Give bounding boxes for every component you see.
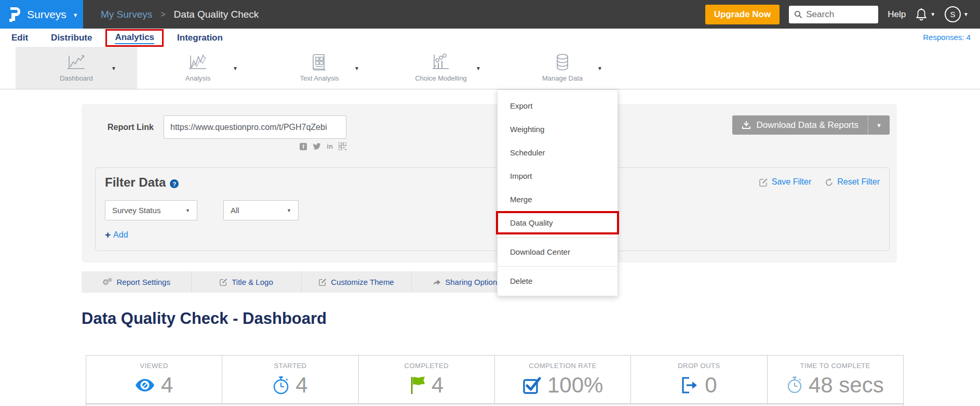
report-link-input[interactable] [164,115,346,139]
account-menu[interactable]: S ▼ [945,6,969,22]
filter-value-select[interactable]: All ▼ [223,200,299,220]
timer-icon [787,376,802,394]
filter-field-select[interactable]: Survey Status ▼ [105,200,197,220]
customize-theme-button[interactable]: Customize Theme [302,271,412,293]
sharing-options-label: Sharing Options [445,278,501,286]
stat-drop-outs: DROP OUTS 0 [631,356,767,403]
menu-item-data-quality[interactable]: Data Quality [496,211,619,234]
search-box[interactable] [789,6,878,23]
tab-analytics[interactable]: Analytics [115,32,154,44]
menu-item-merge[interactable]: Merge [498,188,617,211]
chevron-down-icon: ▼ [185,208,190,213]
toolbar-label: Choice Modelling [415,74,467,82]
twitter-icon[interactable] [313,143,321,150]
search-icon [794,10,802,19]
upgrade-now-button[interactable]: Upgrade Now [705,5,780,24]
menu-item-export[interactable]: Export [498,94,617,117]
menu-item-download-center[interactable]: Download Center [498,240,617,264]
breadcrumb: My Surveys > Data Quality Check [101,0,259,29]
qr-code-icon[interactable] [339,142,346,150]
stat-completion-rate: COMPLETION RATE 100% [495,356,631,403]
search-input[interactable] [806,9,868,20]
toolbar-label: Analysis [185,74,210,82]
eye-icon [135,378,155,392]
title-logo-button[interactable]: Title & Logo [192,271,302,293]
toolbar-item-analysis[interactable]: ▼ Analysis [137,47,259,89]
multi-line-chart-icon [187,51,208,73]
toolbar-item-choice-modelling[interactable]: ▼ Choice Modelling [380,47,502,89]
menu-item-scheduler[interactable]: Scheduler [498,141,617,164]
toolbar-item-text-analysis[interactable]: ▼ Text Analysis [259,47,380,89]
toolbar-item-manage-data[interactable]: ▼ Manage Data [502,47,623,89]
menu-divider [498,266,617,267]
exit-icon [681,376,699,394]
tab-edit[interactable]: Edit [11,33,28,43]
toolbar-item-dashboard[interactable]: ▼ Dashboard [16,47,137,89]
chevron-down-icon[interactable]: ▼ [111,66,116,71]
chevron-down-icon: ▼ [963,11,969,17]
help-link[interactable]: Help [888,9,906,20]
menu-item-weighting[interactable]: Weighting [498,117,617,141]
download-button-label: Download Data & Reports [756,120,858,130]
help-circle-icon[interactable]: ? [170,179,179,188]
title-logo-label: Title & Logo [232,278,273,286]
next-section-top-edge [86,404,904,406]
stat-label: TIME TO COMPLETE [800,362,870,370]
customize-theme-label: Customize Theme [331,278,394,286]
stat-value: 0 [705,373,717,398]
stat-label: DROP OUTS [678,362,720,370]
gears-icon: ⚙⚙ [102,278,112,287]
chevron-down-icon[interactable]: ▼ [597,66,602,71]
reset-filter-button[interactable]: Reset Filter [825,177,880,187]
edit-square-icon [759,178,768,187]
chevron-down-icon[interactable]: ▼ [233,66,238,71]
breadcrumb-my-surveys[interactable]: My Surveys [101,9,152,20]
page-title: Data Quality Check - Dashboard [82,309,327,328]
stat-label: STARTED [274,362,307,370]
edit-square-icon [220,278,227,286]
toolbar-label: Dashboard [60,74,93,82]
filter-value-value: All [231,206,239,215]
tab-analytics-highlight-box[interactable]: Analytics [105,29,164,47]
filter-data-section: Filter Data ? Survey Status ▼ All ▼ + Ad… [95,167,890,251]
chevron-down-icon: ▼ [287,208,291,213]
checkbox-icon [522,376,541,395]
menu-item-import[interactable]: Import [498,164,617,188]
menu-item-delete[interactable]: Delete [498,269,617,293]
notifications-menu[interactable]: ▼ [915,8,935,21]
download-data-reports-button[interactable]: Download Data & Reports ▼ [732,115,890,135]
stat-value: 4 [296,373,307,398]
stat-time-to-complete: TIME TO COMPLETE 48 secs [768,356,903,403]
toolbar-label: Manage Data [542,74,583,82]
share-arrow-icon [433,278,441,286]
manage-data-dropdown: Export Weighting Scheduler Import Merge … [497,89,618,296]
top-header: Surveys ▼ My Surveys > Data Quality Chec… [0,0,980,29]
facebook-icon[interactable]: f [300,143,307,150]
tab-integration[interactable]: Integration [177,33,223,43]
header-actions: Upgrade Now Help ▼ S ▼ [705,0,980,29]
add-filter-button[interactable]: + Add [105,229,128,241]
questionpro-logo-icon [8,6,21,23]
save-filter-button[interactable]: Save Filter [759,177,811,187]
stat-viewed: VIEWED 4 [86,356,222,403]
flag-icon [410,376,425,395]
chevron-down-icon: ▼ [930,11,935,17]
report-settings-button[interactable]: ⚙⚙ Report Settings [82,271,192,293]
undo-icon [825,178,834,187]
report-link-label: Report Link [108,123,154,132]
chevron-down-icon[interactable]: ▼ [354,66,359,71]
chevron-down-icon[interactable]: ▼ [476,66,481,71]
download-dropdown-caret[interactable]: ▼ [868,115,890,135]
linkedin-icon[interactable]: in [327,142,333,150]
stat-label: COMPLETION RATE [529,362,597,370]
surveys-menu[interactable]: Surveys ▼ [0,0,83,29]
plus-icon: + [105,229,111,241]
tab-distribute[interactable]: Distribute [51,33,92,43]
stat-label: COMPLETED [405,362,449,370]
download-icon [742,121,751,129]
bell-icon [915,8,928,21]
product-name: Surveys [27,8,66,21]
report-overview-panel: Report Link f in [82,104,897,263]
line-chart-icon [66,51,87,73]
stat-value: 48 secs [809,373,884,398]
